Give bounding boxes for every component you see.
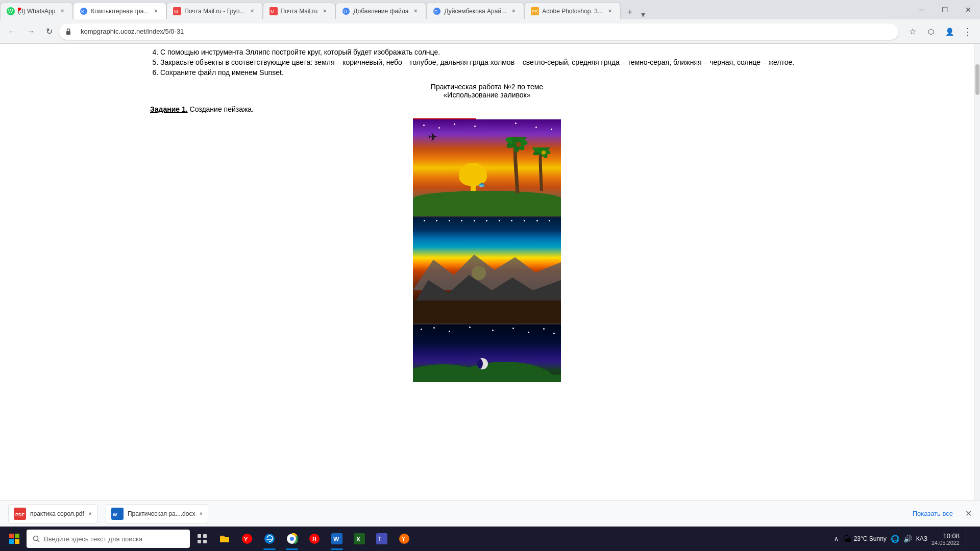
night-star9 [553,333,555,334]
panel1-tropical: ✈ 🐟 [413,119,561,216]
chrome-button[interactable] [282,527,302,551]
yandex2-button[interactable]: Y [394,527,414,551]
browser-window: W (3) WhatsApp ✕ K Компьютерная гра... ✕… [0,0,980,551]
address-bar[interactable]: kompgraphic.ucoz.net/index/5/0-31 [59,23,898,40]
tab-dui[interactable]: D Дуйсембекова Арай... ✕ [426,2,524,19]
mountain-mid-svg [413,265,561,306]
star2 [438,127,440,129]
download-item-docx[interactable]: W Практическая ра....docx ∧ [106,504,209,523]
photoshop-favicon: PS [531,7,539,15]
minimize-button[interactable]: ─ [910,0,933,19]
file-explorer-button[interactable] [214,527,235,551]
svg-text:PS: PS [532,9,538,14]
download-pdf-arrow[interactable]: ∧ [88,511,92,516]
weather-text: 23°C Sunny [854,535,887,542]
tab-close-whatsapp[interactable]: ✕ [58,7,66,15]
language-indicator[interactable]: КАЗ [916,535,927,542]
yandex-app-button[interactable]: Я [304,527,325,551]
forward-button[interactable]: → [22,23,39,40]
tray-overflow-button[interactable]: ∧ [834,535,839,542]
svg-point-23 [542,151,546,155]
tab-mail2[interactable]: M Почта Mail.ru ✕ [263,2,336,19]
svg-text:M: M [174,9,178,14]
taskbar-search-text: Введите здесь текст для поиска [44,535,142,543]
tab-whatsapp[interactable]: W (3) WhatsApp ✕ [0,2,73,19]
svg-text:M: M [271,9,275,14]
tab-close-kompgraphic[interactable]: ✕ [152,7,160,15]
taskbar-search[interactable]: Введите здесь текст для поиска [27,530,190,548]
kompgraphic-favicon: K [80,7,88,15]
new-tab-button[interactable]: + [623,5,637,19]
tab-mail1[interactable]: M Почта Mail.ru - Груп... ✕ [166,2,262,19]
close-button[interactable]: ✕ [957,0,980,19]
yandex-browser-button[interactable]: Y [237,527,257,551]
whatsapp-favicon: W [7,7,15,15]
night-star4 [469,327,471,328]
tab-close-upload[interactable]: ✕ [411,7,420,15]
svg-rect-42 [203,540,207,543]
svg-text:T: T [378,536,381,542]
night-star6 [512,328,514,329]
show-desktop-button[interactable] [966,529,970,549]
excel-button[interactable]: X [349,527,370,551]
tab-label-kompgraphic: Компьютерная гра... [91,8,149,15]
svg-line-38 [38,540,40,542]
download-docx-arrow[interactable]: ∧ [199,511,203,516]
teams-button[interactable]: T [372,527,392,551]
upload-favicon: U [342,7,350,15]
profile-button[interactable]: 👤 [941,23,958,40]
scrollbar[interactable] [974,44,980,500]
word-icon: W [111,508,124,520]
tab-close-mail1[interactable]: ✕ [248,7,256,15]
night-star1 [421,329,422,330]
tab-close-photoshop[interactable]: ✕ [606,7,614,15]
tab-overflow-button[interactable]: ▾ [637,10,649,19]
taskbar-tray: ∧ 🌤 23°C Sunny 🌐 🔊 КАЗ 10:08 24.05.2022 [828,529,976,549]
tab-label-mail2: Почта Mail.ru [281,8,318,15]
practical-work-title: Практическая работа №2 по теме «Использо… [150,83,824,99]
mail2-favicon: M [270,7,278,15]
reload-button[interactable]: ↻ [41,23,57,40]
star7 [551,129,552,130]
night-star7 [528,332,529,333]
tab-kompgraphic[interactable]: K Компьютерная гра... ✕ [73,2,166,19]
extension-button[interactable]: ⬡ [923,23,939,40]
landscape-images: ▶ Создание пейзажа ✈ [150,118,824,382]
dui-favicon: D [433,7,441,15]
svg-text:K: K [81,9,84,14]
edge-button[interactable] [259,527,280,551]
task-view-button[interactable] [192,527,212,551]
back-button[interactable]: ← [4,23,20,40]
tab-close-dui[interactable]: ✕ [509,7,518,15]
bookmark-star-button[interactable]: ☆ [904,23,921,40]
word-button[interactable]: W [327,527,347,551]
panel3-night [413,323,561,382]
show-all-button[interactable]: Показать все [913,510,953,517]
volume-icon[interactable]: 🔊 [903,535,912,543]
svg-point-19 [516,142,521,147]
maximize-button[interactable]: ☐ [933,0,957,19]
download-docx-name: Практическая ра....docx [128,510,195,517]
download-item-pdf[interactable]: PDF практика сорол.pdf ∧ [8,504,97,523]
download-bar: PDF практика сорол.pdf ∧ W Практическая … [0,500,980,527]
mail1-favicon: M [173,7,181,15]
main-content-area: С помощью инструмента Эллипс постройте к… [130,44,844,500]
network-icon[interactable]: 🌐 [891,535,899,543]
taskbar-search-icon [33,535,40,542]
tab-label-mail1: Почта Mail.ru - Груп... [184,8,244,15]
clock-display[interactable]: 10:08 24.05.2022 [932,532,960,546]
taskbar: Введите здесь текст для поиска Y Я W [0,527,980,551]
ground-grass [413,191,561,216]
download-bar-close[interactable]: ✕ [965,509,972,518]
start-button[interactable] [4,529,24,549]
weather-icon: 🌤 [843,534,852,544]
tab-close-mail2[interactable]: ✕ [321,7,329,15]
scrollbar-thumb[interactable] [975,64,979,95]
tab-photoshop[interactable]: PS Adobe Photoshop. 3... ✕ [524,2,621,19]
star1 [423,124,425,126]
svg-text:X: X [356,536,360,543]
svg-text:W: W [8,9,13,14]
svg-text:W: W [113,512,117,517]
tab-upload[interactable]: U Добавление файла ✕ [335,2,426,19]
menu-button[interactable]: ⋮ [960,23,976,40]
